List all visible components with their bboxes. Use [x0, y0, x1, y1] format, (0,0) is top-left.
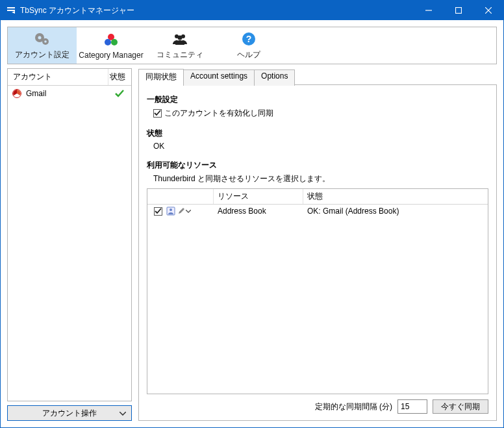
- svg-point-10: [111, 39, 118, 45]
- resources-body: Address Book OK: Gmail (Address Book): [147, 205, 488, 394]
- app-icon: [6, 5, 16, 16]
- res-header-empty: [147, 189, 214, 204]
- gmail-icon: [12, 88, 22, 99]
- section-general-title: 一般設定: [147, 94, 488, 105]
- tab-panel: 一般設定 このアカウントを有効化し同期 状態 OK 利用可能なリソース Thun…: [138, 84, 497, 421]
- toolbar-label: アカウント設定: [15, 49, 69, 60]
- svg-point-18: [170, 208, 172, 211]
- account-header-name: アカウント: [8, 69, 108, 85]
- tab-account-settings[interactable]: Account settings: [183, 69, 255, 86]
- tab-sync-state[interactable]: 同期状態: [138, 69, 184, 85]
- toolbar-account-settings[interactable]: アカウント設定: [8, 27, 77, 64]
- bottom-row: 定期的な同期間隔 (分) 今すぐ同期: [147, 399, 488, 414]
- res-header-state: 状態: [303, 189, 488, 204]
- res-header-resource: リソース: [214, 189, 303, 204]
- resources-table: リソース 状態: [147, 188, 488, 394]
- account-list-header: アカウント 状態: [8, 69, 131, 86]
- toolbar: アカウント設定 Category Manager コミュニティ ? ヘルプ: [7, 27, 497, 64]
- toolbar-help[interactable]: ? ヘルプ: [214, 27, 283, 64]
- content: アカウント設定 Category Manager コミュニティ ? ヘルプ: [1, 20, 503, 427]
- maximize-button[interactable]: [444, 1, 473, 20]
- resource-checkbox[interactable]: [154, 207, 162, 216]
- toolbar-community[interactable]: コミュニティ: [145, 27, 214, 64]
- main-row: アカウント 状態 Gmail アカウント操作: [7, 68, 497, 421]
- chevron-down-icon: [120, 409, 126, 418]
- gear-icon: [34, 31, 51, 47]
- account-header-state: 状態: [108, 69, 131, 85]
- left-column: アカウント 状態 Gmail アカウント操作: [7, 68, 132, 421]
- resources-header: リソース 状態: [147, 189, 488, 205]
- account-operations-button[interactable]: アカウント操作: [7, 405, 132, 421]
- sync-now-button[interactable]: 今すぐ同期: [433, 399, 488, 414]
- right-column: 同期状態 Account settings Options 一般設定 このアカウ…: [138, 68, 497, 421]
- category-icon: [103, 32, 120, 49]
- section-state-title: 状態: [147, 128, 488, 139]
- account-operations-label: アカウント操作: [42, 408, 97, 419]
- interval-label: 定期的な同期間隔 (分): [315, 401, 392, 412]
- interval-input[interactable]: [397, 399, 427, 414]
- toolbar-label: コミュニティ: [157, 49, 203, 60]
- svg-point-13: [178, 36, 183, 40]
- svg-point-5: [38, 36, 42, 40]
- account-row[interactable]: Gmail: [8, 86, 131, 101]
- resource-row[interactable]: Address Book OK: Gmail (Address Book): [147, 205, 488, 218]
- resources-hint: Thunderbird と同期させるリソースを選択します。: [147, 173, 488, 184]
- titlebar: TbSync アカウントマネージャー: [1, 1, 503, 20]
- state-value: OK: [147, 142, 488, 151]
- svg-rect-1: [456, 8, 462, 14]
- enable-account-checkbox-row: このアカウントを有効化し同期: [147, 108, 488, 119]
- window-buttons: [414, 1, 503, 20]
- help-icon: ?: [240, 31, 257, 47]
- account-name: Gmail: [26, 89, 112, 98]
- enable-account-label: このアカウントを有効化し同期: [164, 108, 273, 119]
- account-list: アカウント 状態 Gmail: [7, 68, 132, 401]
- addressbook-icon: [164, 207, 177, 216]
- account-status-ok-icon: [112, 88, 127, 99]
- chevron-down-icon: [186, 210, 191, 213]
- svg-point-7: [44, 40, 47, 43]
- window-title: TbSync アカウントマネージャー: [20, 5, 414, 16]
- svg-point-9: [105, 39, 111, 45]
- minimize-button[interactable]: [414, 1, 444, 20]
- resource-name: Address Book: [218, 207, 307, 216]
- resource-state: OK: Gmail (Address Book): [307, 207, 484, 216]
- toolbar-label: Category Manager: [79, 51, 143, 60]
- toolbar-category-manager[interactable]: Category Manager: [77, 27, 145, 64]
- enable-account-checkbox[interactable]: [153, 109, 162, 118]
- tabs: 同期状態 Account settings Options: [138, 68, 497, 84]
- svg-text:?: ?: [246, 34, 252, 44]
- section-resources-title: 利用可能なリソース: [147, 160, 488, 171]
- app-window: TbSync アカウントマネージャー アカウント設定 Category Mana…: [0, 0, 504, 428]
- close-button[interactable]: [473, 1, 503, 20]
- community-icon: [171, 31, 188, 47]
- tab-options[interactable]: Options: [254, 69, 295, 86]
- edit-icon[interactable]: [177, 207, 197, 215]
- toolbar-label: ヘルプ: [237, 49, 260, 60]
